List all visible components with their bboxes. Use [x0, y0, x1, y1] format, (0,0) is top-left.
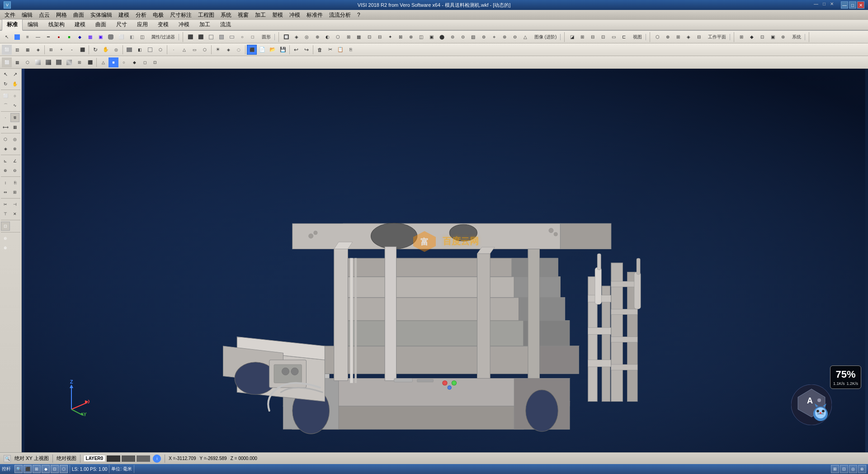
tb-undo-btn[interactable]: ↩ [291, 45, 301, 55]
left-copy-btn[interactable]: ⎘ [10, 178, 19, 187]
menu-flow[interactable]: 流流分析 [326, 10, 354, 20]
left-trim-btn[interactable]: ✂ [1, 200, 10, 209]
tb-select-btn[interactable]: ↖ [2, 32, 12, 42]
tb-img9-btn[interactable]: ⊡ [364, 32, 374, 42]
tb-sys3-btn[interactable]: ⊡ [757, 32, 767, 42]
tb-vm9-btn[interactable]: ⬛ [85, 57, 95, 67]
left-array-btn[interactable]: ⊞ [10, 188, 19, 197]
tb-rotate-btn[interactable]: ↻ [90, 45, 100, 55]
tb-wp1-btn[interactable]: ⬡ [652, 32, 662, 42]
left-move-btn[interactable]: ↕ [1, 178, 10, 187]
tb-hidden-btn[interactable]: ◫ [137, 32, 147, 42]
inner-close-btn[interactable]: ✕ [828, 1, 835, 9]
tb-vm8-btn[interactable]: ⊞ [75, 57, 85, 67]
tb-isometric-btn[interactable]: ◈ [33, 45, 43, 55]
tb-img20-btn[interactable]: ⊚ [479, 32, 489, 42]
menu-file[interactable]: 文件 [2, 10, 18, 20]
tab-edit[interactable]: 编辑 [23, 19, 43, 30]
left-bool-union-btn[interactable]: ⊕ [1, 166, 10, 175]
tb-view2-btn[interactable]: ⊞ [577, 32, 587, 42]
tb-vm11-btn[interactable]: ■ [108, 57, 118, 67]
tb-vm5-btn[interactable] [43, 57, 53, 67]
tb-view4-btn[interactable]: ⊡ [598, 32, 608, 42]
menu-system[interactable]: 系统 [218, 10, 234, 20]
tb-img24-btn[interactable]: △ [520, 32, 530, 42]
tb-redo-btn[interactable]: ↪ [302, 45, 311, 55]
tb-view6-btn[interactable]: ⊏ [619, 32, 629, 42]
menu-edit[interactable]: 编辑 [19, 10, 35, 20]
tb-save-btn[interactable]: 💾 [278, 45, 288, 55]
tb-open-btn[interactable]: 📂 [268, 45, 278, 55]
tb-light-btn[interactable]: ☀ [213, 45, 223, 55]
menu-electrode[interactable]: 电极 [150, 10, 166, 20]
tb-vm12-btn[interactable]: ○ [119, 57, 129, 67]
tb-transparency-btn[interactable]: ◌ [234, 45, 244, 55]
tb-cut-btn[interactable]: ✂ [325, 45, 335, 55]
left-text-btn[interactable]: tI [10, 113, 19, 122]
tb-linewidth-btn[interactable]: ━ [43, 32, 53, 42]
tb-img13-btn[interactable]: ⊗ [406, 32, 416, 42]
tab-transform[interactable]: 变模 [153, 19, 174, 30]
tab-stamping[interactable]: 冲模 [174, 19, 194, 30]
tb-img18-btn[interactable]: ⊝ [458, 32, 468, 42]
left-select2-btn[interactable]: ↗ [10, 70, 19, 79]
tb-img12-btn[interactable]: ⊠ [396, 32, 406, 42]
tb-img2-btn[interactable]: ◈ [292, 32, 302, 42]
viewport[interactable]: 富 百度云网 Z X Y [22, 69, 868, 452]
tb-shape4-btn[interactable] [217, 32, 226, 42]
tb-vm7-btn[interactable] [64, 57, 74, 67]
tab-dimension[interactable]: 尺寸 [111, 19, 132, 30]
tb-vm2-btn[interactable]: ▦ [12, 57, 22, 67]
left-analysis-btn[interactable]: ⊛ [1, 234, 10, 243]
tb-img6-btn[interactable]: ⬡ [333, 32, 343, 42]
tb-zoom-in-btn[interactable]: + [57, 45, 66, 55]
left-measure-btn[interactable]: ⊕ [1, 243, 10, 252]
tb-paste-btn[interactable]: ⎘ [346, 45, 356, 55]
tb-wire-btn[interactable]: ⬜ [116, 32, 126, 42]
tb-color-btn[interactable] [12, 32, 22, 42]
left-fillet-btn[interactable]: ⊾ [1, 156, 10, 166]
tab-machining[interactable]: 加工 [194, 19, 215, 30]
tb-img10-btn[interactable]: ⊟ [375, 32, 385, 42]
left-mirror-btn[interactable]: ⇔ [1, 188, 10, 197]
taskbar-icon-5[interactable]: ⊡ [51, 465, 59, 473]
tb-vm6-btn[interactable] [54, 57, 64, 67]
menu-dimension[interactable]: 尺寸标注 [167, 10, 194, 20]
menu-stamping[interactable]: 冲模 [287, 10, 303, 20]
left-extend-btn[interactable]: ⊣ [10, 200, 19, 209]
left-arc-btn[interactable]: ⌒ [1, 101, 10, 110]
status-zoom-icon[interactable]: 🔍 [4, 455, 11, 462]
tb-filter2-btn[interactable]: ■ [64, 32, 74, 42]
tb-sys4-btn[interactable]: ▣ [768, 32, 778, 42]
left-circle-btn[interactable]: ○ [10, 91, 19, 100]
tb-filter1-btn[interactable]: ● [54, 32, 64, 42]
close-btn[interactable]: ✕ [857, 1, 864, 9]
menu-drawing[interactable]: 工程图 [195, 10, 217, 20]
left-sweep-btn[interactable]: ⊗ [10, 144, 19, 153]
tb-copy-btn[interactable]: 📋 [335, 45, 345, 55]
tb-view3-btn[interactable]: ⊟ [588, 32, 598, 42]
tb-point-btn[interactable]: · [169, 45, 179, 55]
menu-pointcloud[interactable]: 点云 [36, 10, 52, 20]
taskbar-icon-6[interactable]: ⬡ [60, 465, 68, 473]
tb-top-view-btn[interactable]: ⬜ [2, 45, 12, 55]
tb-wp5-btn[interactable]: ⊟ [694, 32, 704, 42]
tb-img11-btn[interactable]: ✦ [385, 32, 395, 42]
left-pan-btn[interactable]: ✋ [10, 79, 19, 88]
tb-shape3-btn[interactable] [206, 32, 216, 42]
tb-img22-btn[interactable]: ⊛ [500, 32, 509, 42]
menu-view[interactable]: 视窗 [235, 10, 251, 20]
tab-flow[interactable]: 流流 [215, 19, 236, 30]
taskbar-right-icon-3[interactable]: ◎ [849, 465, 857, 473]
menu-help[interactable]: ? [354, 11, 363, 19]
tb-img23-btn[interactable]: ⊖ [510, 32, 520, 42]
tb-new-btn[interactable]: 📄 [257, 45, 267, 55]
tb-vm4-btn[interactable] [33, 57, 43, 67]
tb-linetype-btn[interactable]: — [33, 32, 43, 42]
menu-mesh[interactable]: 网格 [53, 10, 70, 20]
left-extrude-btn[interactable]: ⬡ [1, 135, 10, 144]
tb-zoom-window-btn[interactable]: ⬛ [77, 45, 87, 55]
tb-view5-btn[interactable]: ▭ [609, 32, 618, 42]
tb-edge-btn[interactable]: △ [179, 45, 189, 55]
tb-wire-frame-btn[interactable] [145, 45, 155, 55]
